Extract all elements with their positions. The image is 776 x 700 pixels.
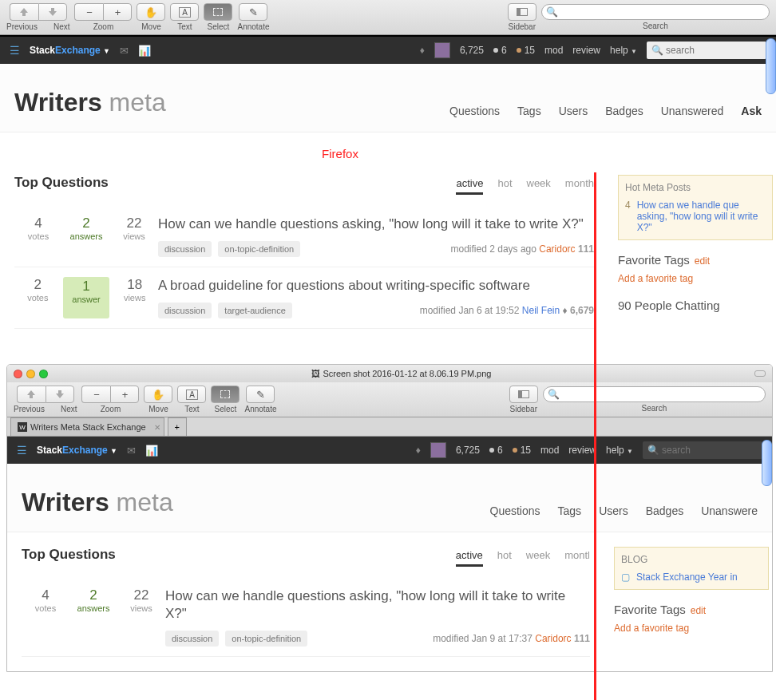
prev-button[interactable] xyxy=(10,3,38,21)
site-title[interactable]: Writers meta xyxy=(14,88,166,117)
nav-unanswered[interactable]: Unanswered xyxy=(661,105,724,117)
site-title[interactable]: Writers meta xyxy=(22,488,173,517)
search-icon: 🔍 xyxy=(651,45,663,56)
se-logo-icon[interactable]: ☰ xyxy=(10,44,20,57)
tab-active[interactable]: active xyxy=(456,549,483,567)
tab-hot[interactable]: hot xyxy=(497,549,512,567)
move-button[interactable]: ✋ xyxy=(144,386,172,403)
nav-ask[interactable]: Ask xyxy=(741,105,762,117)
tab-month[interactable]: month xyxy=(565,177,594,195)
tag[interactable]: target-audience xyxy=(218,303,291,318)
help-link[interactable]: help ▼ xyxy=(606,445,633,456)
select-button[interactable] xyxy=(211,386,240,403)
se-logo-icon[interactable]: ☰ xyxy=(17,444,27,457)
annotate-button[interactable]: ✎ xyxy=(246,386,275,403)
review-link[interactable]: review xyxy=(568,445,596,456)
prev-button[interactable] xyxy=(17,386,46,403)
user-link[interactable]: Caridorc xyxy=(535,633,571,644)
add-fav-tag[interactable]: Add a favorite tag xyxy=(614,623,769,634)
achievements-icon[interactable]: 📊 xyxy=(145,445,158,457)
text-button[interactable]: A xyxy=(177,386,206,403)
zoom-out-button[interactable]: − xyxy=(81,386,110,403)
browser-tab[interactable]: WWriters Meta Stack Exchange✕ xyxy=(10,417,164,436)
add-fav-tag[interactable]: Add a favorite tag xyxy=(618,273,773,284)
reputation[interactable]: 6,725 xyxy=(460,45,484,56)
scrollbar[interactable] xyxy=(766,38,776,94)
avatar[interactable] xyxy=(430,442,446,458)
achievements-icon[interactable]: 📊 xyxy=(138,45,151,57)
scrollbar-2[interactable] xyxy=(762,440,772,486)
edit-link[interactable]: edit xyxy=(695,255,710,267)
tag[interactable]: discussion xyxy=(165,631,219,647)
move-button[interactable]: ✋ xyxy=(137,3,165,21)
zoom-out-button[interactable]: − xyxy=(74,3,103,21)
blog-item[interactable]: ▢Stack Exchange Year in xyxy=(621,571,762,583)
tab-month[interactable]: montl xyxy=(564,549,590,567)
close-tab-icon[interactable]: ✕ xyxy=(154,423,160,432)
tag[interactable]: discussion xyxy=(158,303,212,318)
next-button[interactable] xyxy=(38,3,67,21)
nav-tags[interactable]: Tags xyxy=(517,105,541,117)
zoom-in-button[interactable]: + xyxy=(110,386,139,403)
zoom-icon[interactable] xyxy=(39,370,48,378)
tab-active[interactable]: active xyxy=(456,177,483,195)
zoom-in-button[interactable]: + xyxy=(103,3,132,21)
inbox-icon[interactable]: ✉ xyxy=(120,45,129,57)
content: Top Questions active hot week month 4vot… xyxy=(0,160,776,343)
se-brand[interactable]: StackExchange ▼ xyxy=(30,45,110,56)
prev-label: Previous xyxy=(6,22,38,31)
nav-badges[interactable]: Badges xyxy=(646,504,683,517)
minimize-icon[interactable] xyxy=(26,370,35,378)
edit-link[interactable]: edit xyxy=(691,605,706,616)
nav-questions[interactable]: Questions xyxy=(449,105,500,117)
user-link[interactable]: Neil Fein xyxy=(522,305,560,316)
chat-head[interactable]: 90 People Chatting xyxy=(618,299,773,312)
tab-week[interactable]: week xyxy=(527,177,551,195)
se-brand[interactable]: StackExchange ▼ xyxy=(37,445,117,456)
user-link[interactable]: Caridorc xyxy=(539,243,575,255)
nav-users[interactable]: Users xyxy=(559,105,588,117)
hot-meta-item[interactable]: 4How can we handle que asking, "how long… xyxy=(625,200,766,233)
se-search-input[interactable] xyxy=(647,42,766,59)
silver-count: 6 xyxy=(501,45,507,56)
tag[interactable]: on-topic-definition xyxy=(218,241,300,257)
reputation[interactable]: 6,725 xyxy=(456,445,480,456)
pill-icon[interactable] xyxy=(754,370,766,377)
blog-box: BLOG ▢Stack Exchange Year in xyxy=(614,547,769,590)
question-title[interactable]: A broad guideline for questions about wr… xyxy=(158,277,594,295)
nav-badges[interactable]: Badges xyxy=(605,105,643,117)
nav-users[interactable]: Users xyxy=(599,504,628,517)
text-label: Text xyxy=(177,22,192,31)
nav-questions[interactable]: Questions xyxy=(490,504,540,517)
avatar[interactable] xyxy=(434,42,450,58)
toolbar-search-input[interactable] xyxy=(541,4,770,20)
inbox-icon[interactable]: ✉ xyxy=(127,445,136,457)
tag[interactable]: on-topic-definition xyxy=(225,631,307,647)
review-link[interactable]: review xyxy=(572,45,600,56)
toolbar-search-input-2[interactable] xyxy=(543,386,766,402)
annotate-button[interactable]: ✎ xyxy=(239,3,267,21)
mod-link[interactable]: mod xyxy=(540,445,559,456)
question-title[interactable]: How can we handle questions asking, "how… xyxy=(165,587,590,623)
help-link[interactable]: help ▼ xyxy=(610,45,637,56)
new-tab-button[interactable]: + xyxy=(168,417,187,436)
mod-link[interactable]: mod xyxy=(544,45,563,56)
hand-icon: ✋ xyxy=(145,6,157,18)
tab-hot[interactable]: hot xyxy=(497,177,512,195)
text-button[interactable]: A xyxy=(170,3,199,21)
chevron-down-icon: ▼ xyxy=(631,48,637,55)
se-search-input-2[interactable] xyxy=(643,441,762,459)
se-topbar: ☰ StackExchange ▼ ✉ 📊 ♦ 6,725 6 15 mod r… xyxy=(0,37,776,64)
tag[interactable]: discussion xyxy=(158,241,212,257)
tab-week[interactable]: week xyxy=(526,549,550,567)
select-group: Select xyxy=(204,3,232,31)
search-label: Search xyxy=(643,22,668,30)
question-title[interactable]: How can we handle questions asking, "how… xyxy=(158,216,594,233)
sidebar-button[interactable] xyxy=(509,386,538,403)
close-icon[interactable] xyxy=(14,370,22,378)
next-button[interactable] xyxy=(46,386,74,403)
sidebar-button[interactable] xyxy=(508,3,536,21)
nav-tags[interactable]: Tags xyxy=(558,504,582,517)
select-button[interactable] xyxy=(204,3,232,21)
nav-unanswered[interactable]: Unanswere xyxy=(701,504,758,517)
